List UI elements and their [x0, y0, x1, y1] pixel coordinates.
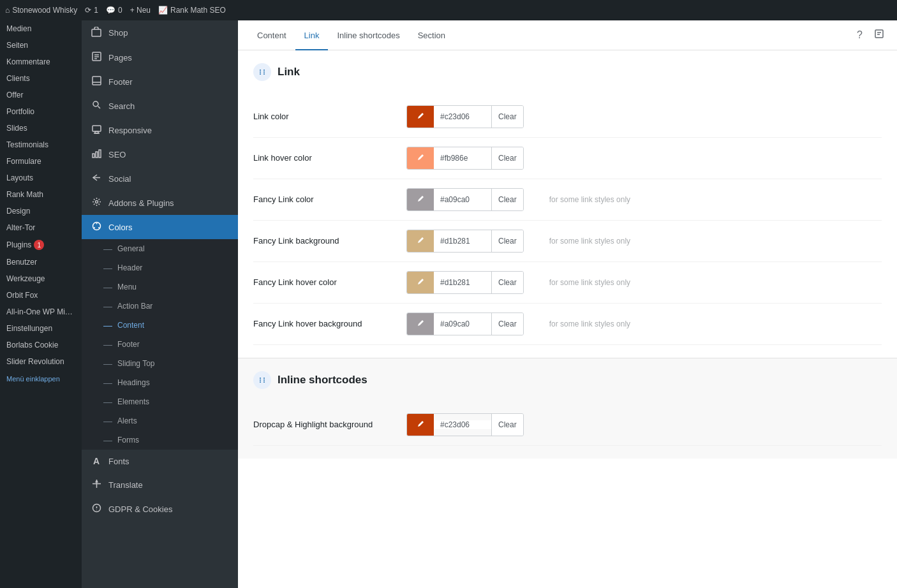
sidebar-item-allinone[interactable]: All-in-One WP Migration	[0, 304, 82, 320]
color-row-fancy-link-hover-bg: Fancy Link hover background Clear for so…	[253, 304, 882, 345]
theme-sidebar-item-pages[interactable]: Pages	[82, 45, 238, 70]
subitem-dash: —	[103, 378, 112, 388]
fancy-link-bg-swatch[interactable]	[407, 230, 434, 253]
sidebar-item-design[interactable]: Design	[0, 203, 82, 219]
theme-sidebar-item-footer[interactable]: Footer	[82, 70, 238, 94]
svg-rect-5	[93, 77, 101, 85]
admin-bar-new[interactable]: + Neu	[130, 6, 151, 15]
sidebar-item-testimonials[interactable]: Testimonials	[0, 136, 82, 153]
sidebar-item-plugins[interactable]: Plugins 1	[0, 236, 82, 254]
link-color-clear-button[interactable]: Clear	[491, 105, 523, 128]
subitem-forms[interactable]: — Forms	[82, 430, 238, 450]
admin-bar-updates[interactable]: ⟳ 1	[85, 6, 98, 15]
dropcap-highlight-swatch[interactable]	[407, 413, 434, 436]
fancy-link-color-hex-input[interactable]	[434, 195, 491, 204]
subitem-content-label: Content	[117, 321, 144, 330]
theme-sidebar-item-shop[interactable]: Shop	[82, 20, 238, 45]
subitem-sliding-top[interactable]: — Sliding Top	[82, 354, 238, 373]
link-section-drag-handle[interactable]	[253, 63, 271, 81]
subitem-elements[interactable]: — Elements	[82, 392, 238, 411]
fancy-link-hover-bg-hex-input[interactable]	[434, 320, 491, 328]
fancy-link-bg-clear-button[interactable]: Clear	[491, 230, 523, 253]
subitem-header-label: Header	[117, 263, 142, 272]
subitem-dash: —	[103, 435, 112, 445]
subitem-action-bar[interactable]: — Action Bar	[82, 297, 238, 316]
theme-sidebar-item-translate[interactable]: Translate	[82, 473, 238, 497]
admin-bar-logo[interactable]: ⌂ Stonewood Whisky	[5, 6, 77, 15]
sidebar-item-werkzeuge[interactable]: Werkzeuge	[0, 270, 82, 287]
admin-bar-comments[interactable]: 💬 0	[106, 6, 122, 15]
inline-shortcodes-drag-handle[interactable]	[253, 371, 271, 389]
link-hover-color-picker[interactable]: Clear	[406, 147, 524, 170]
sidebar-item-einstellungen[interactable]: Einstellungen	[0, 320, 82, 337]
fancy-link-color-clear-button[interactable]: Clear	[491, 188, 523, 211]
tab-link[interactable]: Link	[295, 20, 329, 50]
link-hover-color-hex-input[interactable]	[434, 154, 491, 163]
sidebar-item-rank-math[interactable]: Rank Math	[0, 186, 82, 203]
sidebar-item-kommentare[interactable]: Kommentare	[0, 54, 82, 70]
collapse-menu-button[interactable]: Menü einklappen	[0, 370, 82, 388]
help-icon[interactable]: ?	[854, 27, 865, 43]
sidebar-item-slider-rev[interactable]: Slider Revolution	[0, 353, 82, 370]
link-hover-color-clear-button[interactable]: Clear	[491, 147, 523, 170]
fancy-link-color-swatch[interactable]	[407, 188, 434, 211]
sidebar-item-benutzer[interactable]: Benutzer	[0, 254, 82, 270]
sidebar-item-formulare[interactable]: Formulare	[0, 153, 82, 170]
fancy-link-bg-picker[interactable]: Clear	[406, 230, 524, 253]
theme-sidebar-item-social[interactable]: Social	[82, 166, 238, 191]
sidebar-item-portfolio[interactable]: Portfolio	[0, 103, 82, 120]
theme-sidebar-item-colors[interactable]: Colors	[82, 215, 238, 239]
translate-label: Translate	[108, 480, 143, 490]
link-color-hex-input[interactable]	[434, 112, 491, 121]
sidebar-item-medien[interactable]: Medien	[0, 20, 82, 37]
theme-sidebar-item-responsive[interactable]: Responsive	[82, 118, 238, 142]
theme-sidebar-item-fonts[interactable]: A Fonts	[82, 450, 238, 473]
theme-sidebar: Shop Pages Footer Search Responsive	[82, 20, 238, 588]
fancy-link-hover-color-swatch[interactable]	[407, 271, 434, 294]
sidebar-item-alter-tor[interactable]: Alter-Tor	[0, 219, 82, 236]
theme-sidebar-item-gdpr[interactable]: GDPR & Cookies	[82, 497, 238, 521]
subitem-general[interactable]: — General	[82, 239, 238, 258]
subitem-headings[interactable]: — Headings	[82, 373, 238, 392]
fancy-link-hover-color-picker[interactable]: Clear	[406, 271, 524, 294]
subitem-menu[interactable]: — Menu	[82, 277, 238, 297]
link-color-picker[interactable]: Clear	[406, 105, 524, 128]
fancy-link-hover-color-clear-button[interactable]: Clear	[491, 271, 523, 294]
link-hover-color-swatch[interactable]	[407, 147, 434, 170]
seo-sidebar-icon	[91, 149, 102, 160]
subitem-content[interactable]: — Content	[82, 316, 238, 335]
sidebar-item-orbit-fox[interactable]: Orbit Fox	[0, 287, 82, 304]
fancy-link-hover-bg-picker[interactable]: Clear	[406, 312, 524, 335]
svg-marker-21	[95, 480, 98, 483]
theme-sidebar-item-search[interactable]: Search	[82, 94, 238, 118]
link-color-swatch[interactable]	[407, 105, 434, 128]
fancy-link-color-picker[interactable]: Clear	[406, 188, 524, 211]
sidebar-item-borlabs[interactable]: Borlabs Cookie	[0, 337, 82, 353]
sidebar-item-clients[interactable]: Clients	[0, 70, 82, 87]
note-icon[interactable]	[871, 26, 887, 44]
tab-inline-shortcodes[interactable]: Inline shortcodes	[328, 20, 408, 50]
sidebar-item-slides[interactable]: Slides	[0, 120, 82, 136]
tab-content[interactable]: Content	[248, 20, 295, 50]
admin-bar-seo[interactable]: 📈 Rank Math SEO	[158, 6, 226, 15]
new-label: + Neu	[130, 6, 151, 15]
dropcap-highlight-clear-button[interactable]: Clear	[491, 413, 523, 436]
subitem-alerts[interactable]: — Alerts	[82, 411, 238, 430]
sidebar-item-layouts[interactable]: Layouts	[0, 170, 82, 186]
subitem-footer[interactable]: — Footer	[82, 335, 238, 354]
tab-section[interactable]: Section	[409, 20, 454, 50]
plugins-label: Plugins	[6, 240, 31, 249]
subitem-header[interactable]: — Header	[82, 258, 238, 277]
fancy-link-hover-bg-clear-button[interactable]: Clear	[491, 312, 523, 335]
theme-sidebar-item-seo[interactable]: SEO	[82, 142, 238, 166]
dropcap-highlight-hex-input[interactable]	[434, 420, 491, 429]
fancy-link-hover-bg-swatch[interactable]	[407, 312, 434, 335]
fancy-link-bg-hex-input[interactable]	[434, 237, 491, 246]
sidebar-item-offer[interactable]: Offer	[0, 87, 82, 103]
theme-sidebar-item-addons[interactable]: Addons & Plugins	[82, 191, 238, 215]
color-row-link-hover-color: Link hover color Clear	[253, 138, 882, 179]
admin-bar: ⌂ Stonewood Whisky ⟳ 1 💬 0 + Neu 📈 Rank …	[0, 0, 897, 20]
sidebar-item-seiten[interactable]: Seiten	[0, 37, 82, 54]
dropcap-highlight-picker[interactable]: Clear	[406, 413, 524, 436]
fancy-link-hover-color-hex-input[interactable]	[434, 278, 491, 287]
